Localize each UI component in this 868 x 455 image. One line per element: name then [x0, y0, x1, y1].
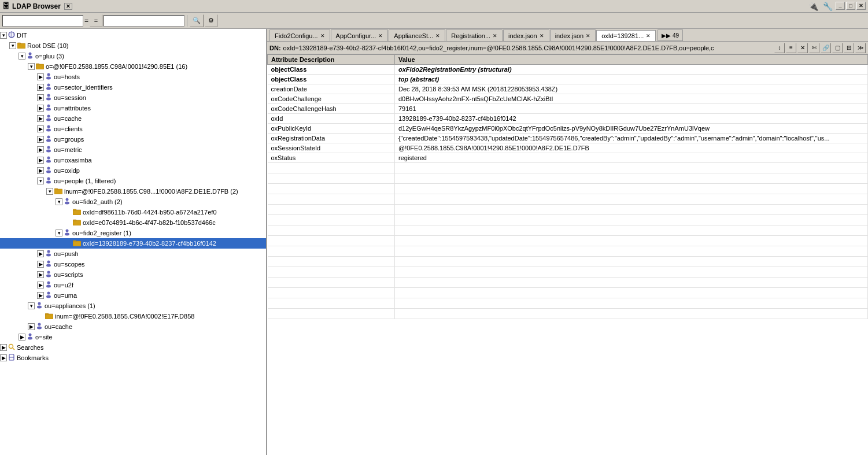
tree-item-oxidp[interactable]: ▶ou=oxidp — [0, 165, 266, 176]
tree-toggle-push[interactable]: ▶ — [37, 250, 44, 257]
tab-appliancest[interactable]: ApplianceSt...✕ — [389, 29, 445, 41]
tree-item-push[interactable]: ▶ou=push — [0, 249, 266, 259]
filter-input-1[interactable] — [2, 15, 83, 27]
tree-item-uma[interactable]: ▶ou=uma — [0, 290, 266, 301]
tree-item-fido2_auth[interactable]: ▾ou=fido2_auth (2) — [0, 197, 266, 207]
tree-toggle-metric[interactable]: ▶ — [37, 146, 44, 153]
tree-item-cache2[interactable]: ▶ou=cache — [0, 321, 266, 332]
table-row[interactable]: oxRegistrationData{"createdDate":1554597… — [268, 134, 868, 143]
tab-oxid[interactable]: oxId=139281...✕ — [596, 30, 656, 42]
tree-item-oxasimba[interactable]: ▶ou=oxasimba — [0, 155, 266, 165]
tree-toggle-gluu[interactable]: ▾ — [19, 53, 25, 60]
tree-item-fido2_register[interactable]: ▾ou=fido2_register (1) — [0, 228, 266, 238]
tab-registration[interactable]: Registration...✕ — [446, 29, 503, 41]
tree-item-gluu[interactable]: ▾o=gluu (3) — [0, 51, 266, 61]
minimize-button[interactable]: _ — [836, 2, 845, 10]
tree-item-attributes[interactable]: ▶ou=attributes — [0, 103, 266, 113]
dn-menu-button[interactable]: ≡ — [786, 43, 796, 53]
equals-button[interactable]: = — [90, 14, 102, 27]
tree-toggle-dit[interactable]: ▾ — [0, 32, 7, 39]
tree-toggle-inum_people[interactable]: ▾ — [46, 188, 53, 195]
tree-item-hosts[interactable]: ▶ou=hosts — [0, 72, 266, 82]
tree-item-sector[interactable]: ▶ou=sector_identifiers — [0, 82, 266, 93]
tab-close-fido2config[interactable]: ✕ — [320, 33, 325, 39]
dn-copy-button[interactable]: ↕ — [774, 43, 785, 53]
table-row[interactable]: objectClassoxFido2RegistrationEntry (str… — [268, 65, 868, 75]
tree-toggle-site[interactable]: ▶ — [19, 334, 25, 341]
table-row[interactable]: oxPublicKeyIdd12yEGwH4qeSR8YkzAgypzMF0i0… — [268, 124, 868, 134]
tree-toggle-sector[interactable]: ▶ — [37, 84, 44, 91]
tree-toggle-oxasimba[interactable]: ▶ — [37, 157, 44, 164]
tree-item-dit[interactable]: ▾DIT — [0, 30, 266, 40]
tree-item-oxid_e0[interactable]: oxId=e07c4891-4b6c-4f47-b82b-f10b537d466… — [0, 217, 266, 228]
table-row[interactable]: oxCodeChallengeHash79161 — [268, 104, 868, 114]
tree-item-clients[interactable]: ▶ou=clients — [0, 124, 266, 134]
tree-toggle-uma[interactable]: ▶ — [37, 292, 44, 299]
tab-close-registration[interactable]: ✕ — [493, 33, 497, 39]
table-row[interactable]: creationDateDec 28, 2018 8:39:53 AM MSK … — [268, 84, 868, 94]
tree-toggle-oxidp[interactable]: ▶ — [37, 167, 44, 174]
tree-item-searches[interactable]: ▶Searches — [0, 342, 266, 353]
toolbar-icon-1[interactable]: 🔌 — [807, 2, 820, 11]
tree-toggle-fido2_auth[interactable]: ▾ — [56, 198, 62, 205]
title-close-icon[interactable]: ✕ — [64, 3, 72, 10]
tree-item-session[interactable]: ▶ou=session — [0, 93, 266, 103]
tree-item-cache[interactable]: ▶ou=cache — [0, 113, 266, 124]
tree-toggle-groups[interactable]: ▶ — [37, 136, 44, 143]
toolbar-icon-2[interactable]: 🔧 — [821, 2, 834, 11]
tree-toggle-bookmarks[interactable]: ▶ — [0, 354, 7, 361]
tree-toggle-fido2_register[interactable]: ▾ — [56, 230, 62, 236]
dn-link-button[interactable]: 🔗 — [821, 43, 831, 53]
tree-item-bookmarks[interactable]: ▶Bookmarks — [0, 353, 266, 363]
settings-button[interactable]: ⚙ — [205, 14, 217, 27]
dn-delete-button[interactable]: ⊟ — [844, 43, 854, 53]
tree-toggle-people[interactable]: ▾ — [37, 177, 44, 184]
dn-cut-button[interactable]: ✄ — [809, 43, 819, 53]
tree-toggle-scopes[interactable]: ▶ — [37, 261, 44, 268]
tree-item-rootdse[interactable]: ▾Root DSE (10) — [0, 40, 266, 51]
search-button[interactable]: 🔍 — [190, 14, 204, 27]
tree-toggle-attributes[interactable]: ▶ — [37, 105, 44, 112]
tree-item-oxid_selected[interactable]: oxId=13928189-e739-40b2-8237-cf4bb16f014… — [0, 238, 266, 249]
tree-toggle-appliances[interactable]: ▾ — [28, 302, 35, 309]
tab-fido2config[interactable]: Fido2Configu...✕ — [269, 29, 330, 41]
tab-indexjson1[interactable]: index.json✕ — [503, 29, 549, 41]
tree-toggle-hosts[interactable]: ▶ — [37, 73, 44, 80]
tab-close-indexjson1[interactable]: ✕ — [540, 33, 544, 39]
tree-toggle-rootdse[interactable]: ▾ — [9, 42, 16, 49]
tree-toggle-searches[interactable]: ▶ — [0, 344, 7, 351]
tree-item-site[interactable]: ▶o=site — [0, 332, 266, 342]
tree-item-inum_appliances[interactable]: inum=@!0FE0.2588.1855.C98A!0002!E17F.D85… — [0, 311, 266, 321]
table-row[interactable]: oxCodeChallenged0BHwOHssyAohz2mFX-nt5sQF… — [268, 94, 868, 104]
tab-close-appliancest[interactable]: ✕ — [435, 33, 440, 39]
tree-item-oxid_df[interactable]: oxId=df98611b-76d0-4424-b950-a6724a217ef… — [0, 207, 266, 217]
tree-toggle-cache[interactable]: ▶ — [37, 115, 44, 122]
tree-toggle-session[interactable]: ▶ — [37, 94, 44, 101]
tree-toggle-cache2[interactable]: ▶ — [28, 323, 35, 330]
tree-item-appliances[interactable]: ▾ou=appliances (1) — [0, 301, 266, 311]
tree-item-inum_people[interactable]: ▾inum=@!0FE0.2588.1855.C98...1!0000!A8F2… — [0, 186, 266, 197]
tree-toggle-scripts[interactable]: ▶ — [37, 271, 44, 278]
dn-close-button[interactable]: ✕ — [797, 43, 808, 53]
tree-item-u2f[interactable]: ▶ou=u2f — [0, 280, 266, 290]
tree-item-scripts[interactable]: ▶ou=scripts — [0, 269, 266, 280]
close-button[interactable]: ✕ — [856, 2, 866, 10]
tree-item-metric[interactable]: ▶ou=metric — [0, 145, 266, 155]
dn-expand-button[interactable]: ≫ — [855, 43, 866, 53]
table-row[interactable]: objectClasstop (abstract) — [268, 75, 868, 84]
table-row[interactable]: oxId13928189-e739-40b2-8237-cf4bb16f0142 — [268, 114, 868, 124]
tree-item-scopes[interactable]: ▶ou=scopes — [0, 259, 266, 269]
tree-toggle-u2f[interactable]: ▶ — [37, 282, 44, 288]
tree-toggle-clients[interactable]: ▶ — [37, 125, 44, 132]
maximize-button[interactable]: □ — [846, 2, 855, 10]
tree-item-people[interactable]: ▾ou=people (1, filtered) — [0, 176, 266, 186]
table-row[interactable]: oxStatusregistered — [268, 153, 868, 163]
tab-close-appconfig[interactable]: ✕ — [378, 33, 383, 39]
tree-toggle-ife[interactable]: ▾ — [28, 63, 35, 70]
tree-item-groups[interactable]: ▶ou=groups — [0, 134, 266, 145]
tab-close-indexjson2[interactable]: ✕ — [586, 33, 590, 39]
tab-appconfig[interactable]: AppConfigur...✕ — [331, 29, 389, 41]
tab-more-button[interactable]: ▶▶ 49 — [658, 29, 683, 41]
tab-indexjson2[interactable]: index.json✕ — [550, 29, 596, 41]
filter-input-2[interactable] — [104, 15, 184, 27]
